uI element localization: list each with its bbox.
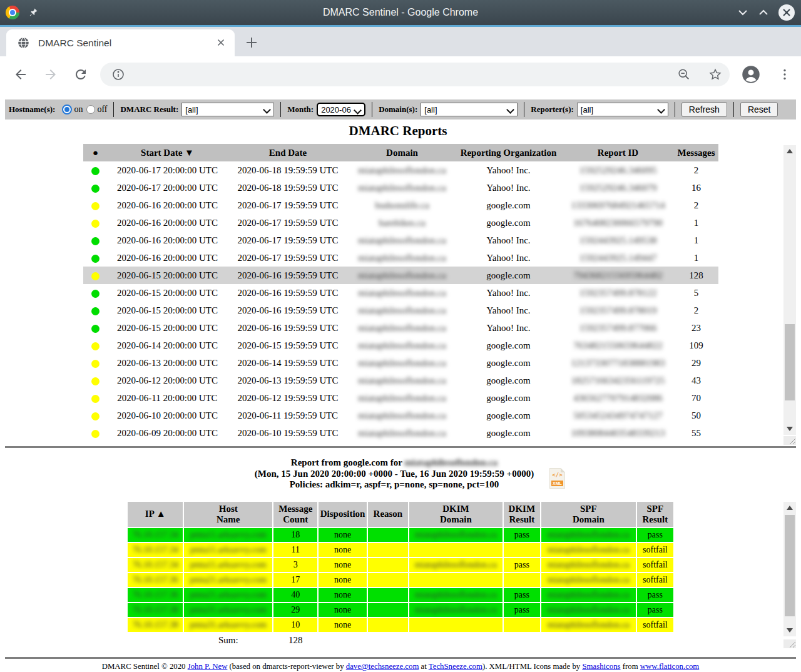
footer-link[interactable]: www.flaticon.com [640,662,699,671]
scroll-up-arrow-icon[interactable] [787,506,793,510]
report-id: 1592357499.877066 [562,319,675,337]
hostnames-on-radio[interactable] [62,104,72,115]
reset-button[interactable]: Reset [740,102,778,117]
reports-scrollbar[interactable] [783,145,796,435]
new-tab-button[interactable] [243,34,260,51]
reports-column-header[interactable]: Start Date ▼ [108,144,227,161]
resize-grip-icon[interactable] [783,436,796,445]
detail-column-header[interactable]: Disposition [319,502,366,527]
report-messages: 16 [675,179,718,196]
detail-column-header[interactable]: Host Name [184,502,272,527]
maximize-icon[interactable] [758,7,769,18]
reports-column-header[interactable]: Messages [675,144,718,161]
detail-ip-redacted: 76.10.157.36 [132,575,178,584]
report-row[interactable]: 2020-06-10 20:00:00 UTC2020-06-11 19:59:… [83,407,718,424]
detail-dkim-domain-redacted: miataphilesoflondon.ca [415,560,497,569]
reports-column-header[interactable]: Domain [349,144,456,161]
report-row[interactable]: 2020-06-15 20:00:00 UTC2020-06-16 19:59:… [83,267,718,284]
detail-column-header[interactable]: DKIM Result [504,502,540,527]
report-domain: miataphilesoflondon.ca [349,372,456,389]
detail-column-header[interactable]: SPF Result [637,502,673,527]
scroll-down-arrow-icon[interactable] [787,427,793,431]
avatar-icon[interactable] [742,65,760,84]
report-row[interactable]: 2020-06-14 20:00:00 UTC2020-06-15 19:59:… [83,337,718,354]
reports-column-header[interactable]: Reporting Organization [456,144,562,161]
detail-column-header[interactable]: SPF Domain [541,502,636,527]
sum-label: Sum: [184,633,272,647]
report-row[interactable]: 2020-06-09 20:00:00 UTC2020-06-10 19:59:… [83,424,718,442]
back-button[interactable] [13,67,28,82]
forward-button[interactable] [43,67,58,82]
report-start-date: 2020-06-15 20:00:00 UTC [108,302,227,319]
report-row[interactable]: 2020-06-16 20:00:00 UTC2020-06-17 19:59:… [83,232,718,249]
footer-link[interactable]: John P. New [188,662,228,671]
scrollbar-thumb[interactable] [785,324,795,400]
report-row[interactable]: 2020-06-11 20:00:00 UTC2020-06-12 19:59:… [83,389,718,407]
report-row[interactable]: 2020-06-17 20:00:00 UTC2020-06-18 19:59:… [83,161,718,179]
report-row[interactable]: 2020-06-15 20:00:00 UTC2020-06-16 19:59:… [83,284,718,302]
reports-column-header[interactable]: Report ID [562,144,675,161]
address-bar[interactable] [100,63,730,86]
footer-text-segment: ). XML/HTML Icons made by [482,662,582,671]
minimize-icon[interactable] [737,7,748,18]
report-row[interactable]: 2020-06-15 20:00:00 UTC2020-06-16 19:59:… [83,319,718,337]
info-icon[interactable] [112,68,125,81]
report-org: google.com [456,196,562,214]
footer-link[interactable]: dave@techsneeze.com [346,662,419,671]
scrollbar-thumb[interactable] [785,515,795,616]
close-window-button[interactable] [778,4,795,21]
detail-column-header[interactable]: IP ▲ [128,502,183,527]
report-id-redacted: 1592357499.877066 [579,323,657,333]
scroll-up-arrow-icon[interactable] [787,149,793,153]
status-dot-icon [91,307,99,315]
report-row[interactable]: 2020-06-17 20:00:00 UTC2020-06-18 19:59:… [83,179,718,196]
report-row[interactable]: 2020-06-15 20:00:00 UTC2020-06-16 19:59:… [83,302,718,319]
bookmark-star-icon[interactable] [708,68,722,81]
detail-disposition: none [319,603,366,617]
footer-link[interactable]: TechSneeze.com [429,662,482,671]
report-row[interactable]: 2020-06-16 20:00:00 UTC2020-06-17 19:59:… [83,214,718,232]
reporters-select[interactable]: [all] [577,103,668,116]
menu-icon[interactable] [777,67,792,82]
report-org: google.com [456,372,562,389]
month-select[interactable]: 2020-06 [317,103,365,116]
detail-column-header[interactable]: Reason [368,502,408,527]
detail-host: pmta11.arksavvy.com [184,558,272,572]
status-dot-icon [91,395,99,403]
dmarc-result-select[interactable]: [all] [181,103,274,116]
report-status-cell [83,214,108,232]
resize-grip-icon[interactable] [783,639,796,648]
detail-scrollbar[interactable] [783,502,796,636]
xml-download-icon[interactable]: </> XML [549,468,565,489]
detail-column-header[interactable]: Message Count [273,502,317,527]
hostnames-off-radio[interactable] [86,105,95,114]
zoom-icon[interactable] [677,68,691,81]
detail-spf-domain-redacted: miataphilesoflondon.ca [548,575,630,584]
reload-button[interactable] [73,67,88,82]
report-end-date: 2020-06-16 19:59:59 UTC [227,267,349,284]
detail-dkim-domain: miataphilesoflondon.ca [409,603,503,617]
report-row[interactable]: 2020-06-12 20:00:00 UTC2020-06-13 19:59:… [83,372,718,389]
report-row[interactable]: 2020-06-16 20:00:00 UTC2020-06-17 19:59:… [83,196,718,214]
report-messages: 128 [675,267,718,284]
detail-ip-redacted: 76.10.157.38 [132,620,178,629]
reports-column-header[interactable]: End Date [227,144,349,161]
detail-column-header[interactable]: DKIM Domain [409,502,503,527]
scroll-down-arrow-icon[interactable] [787,628,793,633]
report-row[interactable]: 2020-06-16 20:00:00 UTC2020-06-17 19:59:… [83,249,718,267]
report-id-redacted: 1592529246.346079 [579,183,657,193]
refresh-button[interactable]: Refresh [681,102,727,117]
footer-link[interactable]: Smashicons [582,662,620,671]
report-row[interactable]: 2020-06-13 20:00:00 UTC2020-06-14 19:59:… [83,354,718,372]
status-dot-icon [91,430,99,438]
reports-column-header[interactable]: ● [83,144,108,161]
report-status-cell [83,232,108,249]
domains-select[interactable]: [all] [421,103,518,116]
report-start-date: 2020-06-12 20:00:00 UTC [108,372,227,389]
tab-close-icon[interactable] [216,38,226,48]
tab-dmarc-sentinel[interactable]: DMARC Sentinel [6,29,235,56]
detail-ip: 76.10.157.38 [128,603,183,617]
detail-dkim-result [504,618,540,632]
detail-disposition: none [319,528,366,542]
report-id-redacted: 1592443925.149538 [579,235,657,245]
